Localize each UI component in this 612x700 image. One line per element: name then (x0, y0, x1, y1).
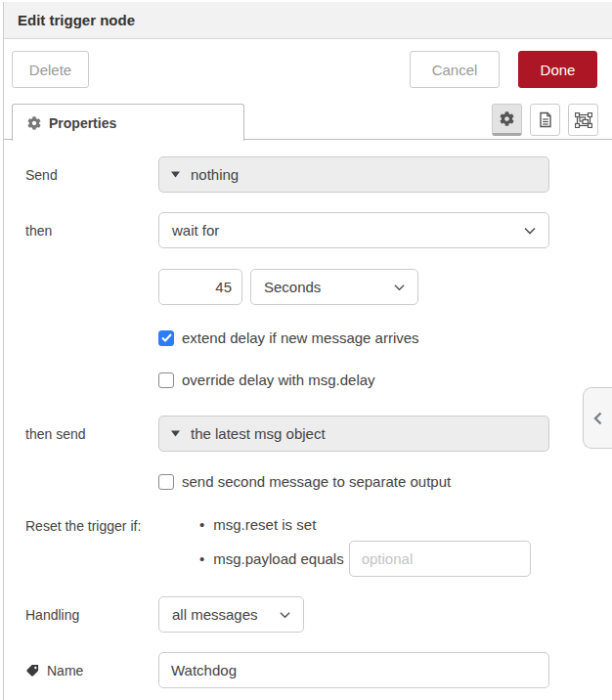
name-row: Name (25, 652, 612, 688)
duration-units-value: Seconds (264, 279, 321, 295)
extend-delay-row: extend delay if new message arrives (158, 329, 612, 346)
duration-units-select[interactable]: Seconds (250, 269, 418, 305)
name-label: Name (25, 663, 158, 678)
chevron-left-icon (593, 412, 602, 425)
handling-row: Handling all messages (25, 596, 612, 633)
bullet-marker: • (199, 516, 204, 533)
then-label: then (25, 223, 158, 239)
delete-button[interactable]: Delete (12, 51, 89, 88)
second-output-row: send second message to separate output (158, 473, 612, 490)
sidebar-collapse-toggle[interactable] (583, 387, 612, 449)
send-label: Send (25, 167, 158, 183)
dialog-title-bar: Edit trigger node (4, 2, 612, 39)
reset-trigger-row: Reset the trigger if: • msg.reset is set… (25, 516, 612, 577)
handling-value: all messages (172, 606, 258, 623)
then-send-value: the latest msg object (191, 425, 326, 442)
name-label-text: Name (47, 663, 83, 678)
caret-down-icon (171, 171, 180, 178)
then-send-typed-input[interactable]: the latest msg object (158, 416, 549, 452)
tag-icon (25, 663, 40, 678)
tray-toolbar: Delete Cancel Done (4, 39, 612, 101)
override-delay-label[interactable]: override delay with msg.delay (182, 372, 375, 388)
second-output-label[interactable]: send second message to separate output (182, 473, 451, 490)
tab-properties[interactable]: Properties (12, 104, 244, 141)
properties-gear-button[interactable] (492, 104, 522, 136)
chevron-down-icon (524, 227, 536, 235)
bullet-marker: • (199, 550, 204, 567)
gear-icon (500, 111, 514, 126)
then-send-label: then send (25, 426, 158, 442)
then-value: wait for (172, 222, 219, 239)
name-input[interactable] (158, 652, 549, 688)
caret-down-icon (171, 430, 180, 437)
edit-node-tray: Edit trigger node Delete Cancel Done Pro… (3, 2, 612, 700)
override-delay-checkbox[interactable] (158, 372, 174, 388)
reset-payload-input[interactable] (349, 541, 531, 577)
send-row: Send nothing (25, 156, 612, 193)
editor-tab-bar: Properties (4, 101, 612, 140)
handling-label: Handling (25, 607, 158, 623)
gear-icon (27, 116, 41, 130)
msg-reset-text: msg.reset is set (213, 516, 316, 533)
dialog-title: Edit trigger node (18, 12, 135, 28)
document-icon (538, 111, 553, 128)
duration-input[interactable] (158, 269, 242, 305)
send-typed-input[interactable]: nothing (158, 156, 549, 193)
then-select[interactable]: wait for (158, 212, 549, 248)
send-value: nothing (191, 166, 239, 183)
object-group-icon (575, 112, 592, 128)
extend-delay-checkbox[interactable] (158, 330, 174, 346)
chevron-down-icon (280, 611, 290, 619)
chevron-down-icon (394, 284, 405, 291)
properties-form: Send nothing then wait for Seconds (4, 156, 612, 688)
extend-delay-label[interactable]: extend delay if new message arrives (182, 329, 419, 346)
reset-conditions: • msg.reset is set • msg.payload equals (199, 516, 531, 577)
appearance-button[interactable] (568, 104, 598, 136)
reset-condition-msg-reset: • msg.reset is set (199, 516, 531, 533)
cancel-button[interactable]: Cancel (410, 51, 500, 88)
tab-properties-label: Properties (49, 115, 116, 131)
override-delay-row: override delay with msg.delay (158, 372, 612, 388)
payload-equals-text: msg.payload equals (213, 550, 343, 567)
second-output-checkbox[interactable] (158, 474, 174, 490)
done-button[interactable]: Done (518, 51, 597, 88)
tab-icon-buttons (492, 104, 598, 136)
handling-select[interactable]: all messages (158, 596, 304, 633)
description-button[interactable] (530, 104, 560, 136)
then-row: then wait for (25, 212, 612, 248)
reset-condition-payload: • msg.payload equals (199, 541, 531, 577)
reset-trigger-label: Reset the trigger if: (25, 516, 199, 534)
duration-row: Seconds (158, 269, 612, 305)
then-send-row: then send the latest msg object (25, 416, 612, 452)
